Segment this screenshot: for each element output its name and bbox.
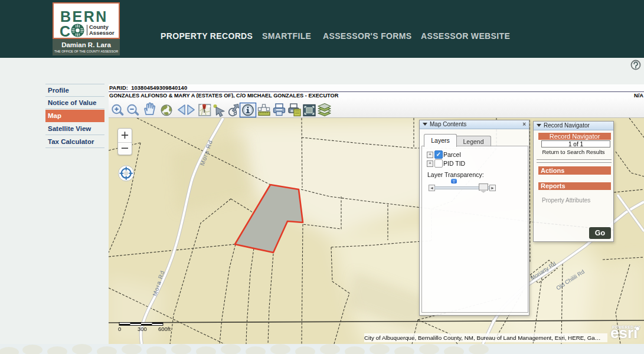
svg-text:0: 0 (118, 326, 121, 332)
svg-text:300: 300 (138, 326, 147, 332)
svg-text:600ft: 600ft (158, 326, 171, 332)
